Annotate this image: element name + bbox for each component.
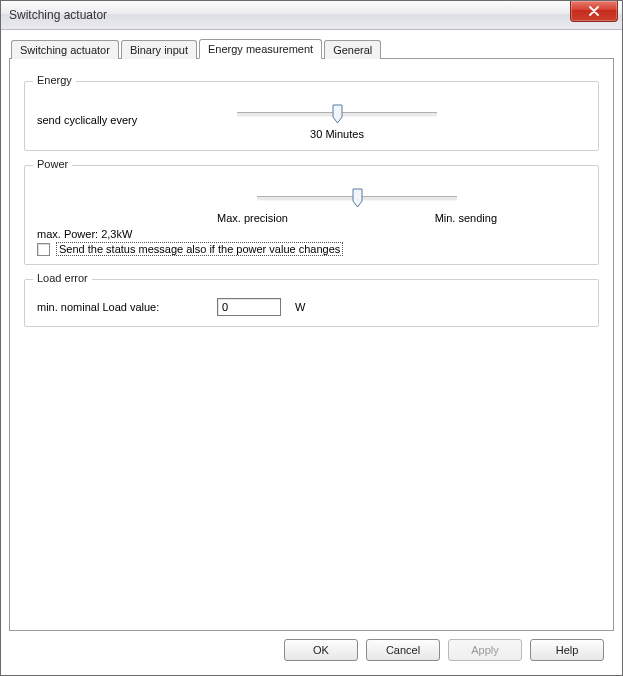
client-area: Switching actuator Binary input Energy m… (1, 30, 622, 675)
load-error-label: min. nominal Load value: (37, 301, 217, 313)
window-title: Switching actuator (9, 8, 107, 22)
group-power: Power Max. precision Min. sending (24, 165, 599, 265)
load-error-input[interactable] (217, 298, 281, 316)
energy-value-label: 30 Minutes (237, 128, 437, 140)
ok-button[interactable]: OK (284, 639, 358, 661)
power-slider[interactable] (257, 184, 457, 210)
tab-binary-input[interactable]: Binary input (121, 40, 197, 59)
power-max-label: max. Power: 2,3kW (37, 228, 586, 240)
power-slider-thumb[interactable] (352, 188, 362, 208)
apply-button[interactable]: Apply (448, 639, 522, 661)
tabstrip: Switching actuator Binary input Energy m… (9, 38, 614, 58)
help-button[interactable]: Help (530, 639, 604, 661)
power-status-checkbox-label: Send the status message also if the powe… (56, 242, 343, 256)
group-energy-legend: Energy (33, 74, 76, 86)
power-left-label: Max. precision (217, 212, 288, 224)
energy-send-label: send cyclically every (37, 114, 237, 126)
energy-slider[interactable] (237, 100, 437, 126)
group-load-error-legend: Load error (33, 272, 92, 284)
group-power-legend: Power (33, 158, 72, 170)
energy-row: send cyclically every 30 Minutes (37, 100, 586, 140)
tab-energy-measurement[interactable]: Energy measurement (199, 39, 322, 59)
group-load-error: Load error min. nominal Load value: W (24, 279, 599, 327)
power-checkbox-row: Send the status message also if the powe… (37, 242, 586, 256)
tab-switching-actuator[interactable]: Switching actuator (11, 40, 119, 59)
load-error-unit: W (295, 301, 305, 313)
close-button[interactable] (570, 1, 618, 22)
power-slider-labels: Max. precision Min. sending (217, 212, 497, 224)
cancel-button[interactable]: Cancel (366, 639, 440, 661)
tab-general[interactable]: General (324, 40, 381, 59)
power-status-checkbox[interactable] (37, 243, 50, 256)
power-right-label: Min. sending (435, 212, 497, 224)
energy-slider-thumb[interactable] (332, 104, 342, 124)
dialog-window: Switching actuator Switching actuator Bi… (0, 0, 623, 676)
tab-page: Energy send cyclically every 30 Mi (9, 58, 614, 631)
titlebar: Switching actuator (1, 1, 622, 30)
close-icon (588, 6, 600, 16)
button-bar: OK Cancel Apply Help (9, 631, 614, 671)
load-error-row: min. nominal Load value: W (37, 298, 586, 316)
group-energy: Energy send cyclically every 30 Mi (24, 81, 599, 151)
